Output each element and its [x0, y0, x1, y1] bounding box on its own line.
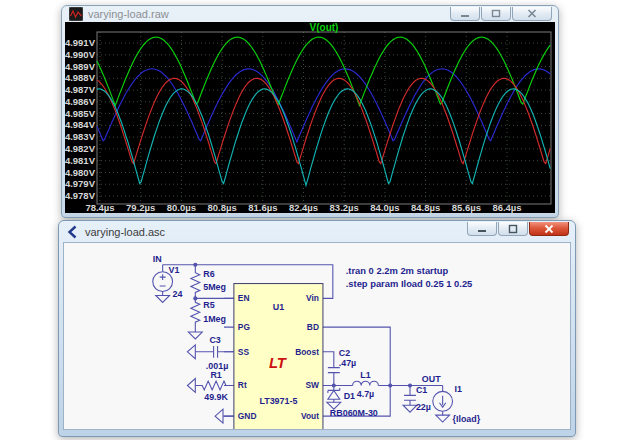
- schematic-file-icon: [66, 225, 80, 239]
- resistor-R1[interactable]: [187, 379, 234, 393]
- c3-ref[interactable]: C3: [209, 335, 220, 345]
- r1-value[interactable]: 49.9K: [204, 392, 228, 402]
- close-button[interactable]: [512, 7, 552, 21]
- net-label-in[interactable]: IN: [153, 254, 162, 264]
- capacitor-C2[interactable]: [328, 368, 340, 373]
- maximize-icon: [508, 224, 518, 234]
- r1-ref[interactable]: R1: [210, 370, 221, 380]
- pin-SS: SS: [238, 347, 250, 357]
- y-axis-tick-label: 4.981V: [65, 155, 96, 166]
- l1-value[interactable]: 4.7µ: [357, 389, 374, 399]
- y-axis-tick-label: 4.978V: [65, 190, 96, 201]
- diode-D1[interactable]: [327, 385, 341, 409]
- l1-ref[interactable]: L1: [360, 370, 370, 380]
- y-axis-tick-label: 4.988V: [65, 72, 96, 83]
- close-icon: [527, 9, 537, 18]
- c1-ref[interactable]: C1: [416, 385, 427, 395]
- d1-ref[interactable]: D1: [344, 391, 355, 401]
- ic-U1[interactable]: U1 LT LT3971-5 EN PG SS Rt GND Vin BD Bo…: [234, 284, 323, 429]
- x-axis-tick-label: 78.4µs: [85, 202, 114, 213]
- y-axis-tick-label: 4.987V: [65, 84, 96, 95]
- pin-Vout: Vout: [301, 411, 319, 421]
- pin-Boost: Boost: [295, 347, 319, 357]
- pin-Rt: Rt: [238, 380, 247, 390]
- r5-value[interactable]: 1Meg: [203, 314, 226, 324]
- schematic-window-titlebar[interactable]: varying-load.asc: [59, 221, 575, 242]
- x-axis-tick-label: 82.4µs: [289, 202, 318, 213]
- resistor-R5[interactable]: [188, 298, 202, 339]
- close-button[interactable]: [529, 222, 569, 236]
- pin-Vin: Vin: [306, 293, 319, 303]
- inductor-L1[interactable]: [353, 381, 379, 385]
- x-axis-tick-label: 84.8µs: [411, 202, 440, 213]
- pin-EN: EN: [238, 293, 250, 303]
- x-axis-tick-label: 80.8µs: [207, 202, 236, 213]
- net-label-out[interactable]: OUT: [422, 374, 441, 384]
- r6-value[interactable]: 5Meg: [203, 282, 226, 292]
- ground-symbol: [156, 295, 170, 302]
- y-axis-tick-label: 4.979V: [65, 178, 96, 189]
- minimize-icon: [460, 10, 470, 18]
- waveform-plot[interactable]: 4.991V4.990V4.989V4.988V4.987V4.986V4.98…: [65, 22, 555, 213]
- spice-directives[interactable]: .tran 0 2.2m 2m startup .step param Iloa…: [346, 265, 473, 289]
- waveform-trace: [97, 37, 550, 105]
- x-axis-tick-label: 81.6µs: [248, 202, 277, 213]
- voltage-source-V1[interactable]: [153, 272, 173, 303]
- waveform-trace: [97, 89, 550, 185]
- lt-logo: LT: [269, 355, 288, 371]
- waveform-window-titlebar[interactable]: varying-load.raw: [62, 6, 558, 22]
- x-axis-tick-label: 79.2µs: [126, 202, 155, 213]
- minimize-icon: [477, 224, 487, 233]
- maximize-button[interactable]: [498, 222, 528, 236]
- y-axis-tick-label: 4.990V: [65, 49, 96, 60]
- pin-BD: BD: [307, 322, 319, 332]
- v1-value[interactable]: 24: [173, 289, 183, 299]
- waveform-trace: [97, 78, 550, 163]
- r5-ref[interactable]: R5: [203, 300, 214, 310]
- pin-GND: GND: [238, 411, 257, 421]
- close-icon: [544, 224, 554, 234]
- v1-ref[interactable]: V1: [169, 265, 180, 275]
- schematic-drawing[interactable]: U1 LT LT3971-5 EN PG SS Rt GND Vin BD Bo…: [64, 243, 570, 429]
- i1-value[interactable]: {Iload}: [453, 414, 481, 424]
- y-axis-tick-label: 4.984V: [65, 119, 96, 130]
- minimize-button[interactable]: [450, 7, 480, 21]
- y-axis-tick-label: 4.982V: [65, 143, 96, 154]
- waveform-file-icon: [69, 7, 83, 21]
- step-directive[interactable]: .step param Iload 0.25 1 0.25: [346, 278, 473, 289]
- ground-symbol: [215, 409, 223, 423]
- pin-PG: PG: [238, 322, 250, 332]
- c1-value[interactable]: 22µ: [416, 402, 431, 412]
- resistor-R6[interactable]: [191, 265, 200, 299]
- ground-symbol: [187, 345, 195, 359]
- i1-ref[interactable]: I1: [455, 384, 462, 394]
- x-axis-tick-label: 80.0µs: [167, 202, 196, 213]
- ground-symbol: [188, 332, 202, 339]
- ic-part-number: LT3971-5: [259, 396, 297, 406]
- current-source-I1[interactable]: [433, 385, 453, 422]
- y-axis-tick-label: 4.989V: [65, 61, 96, 72]
- schematic-canvas[interactable]: U1 LT LT3971-5 EN PG SS Rt GND Vin BD Bo…: [63, 242, 571, 430]
- trace-name-label[interactable]: V(out): [97, 22, 551, 33]
- x-axis-tick-label: 84.0µs: [370, 202, 399, 213]
- x-axis-tick-label: 86.4µs: [492, 202, 521, 213]
- minimize-button[interactable]: [467, 222, 497, 236]
- c2-ref[interactable]: C2: [339, 348, 350, 358]
- pin-SW: SW: [305, 380, 319, 390]
- waveform-plot-area[interactable]: V(out) 4.991V4.990V4.989V4.988V4.987V4.9…: [65, 22, 555, 213]
- y-axis-tick-label: 4.991V: [65, 37, 96, 48]
- c2-value[interactable]: .47µ: [339, 358, 356, 368]
- desktop: varying-load.raw V(out) 4.991V4.990V4.98: [0, 0, 630, 440]
- tran-directive[interactable]: .tran 0 2.2m 2m startup: [346, 265, 449, 276]
- maximize-button[interactable]: [481, 7, 511, 21]
- capacitor-C1[interactable]: [403, 385, 417, 412]
- ground-symbol: [187, 379, 195, 393]
- x-axis-tick-label: 83.2µs: [330, 202, 359, 213]
- y-axis-tick-label: 4.985V: [65, 108, 96, 119]
- schematic-window: varying-load.asc: [58, 220, 576, 437]
- schematic-window-title: varying-load.asc: [85, 226, 165, 238]
- y-axis-tick-label: 4.980V: [65, 167, 96, 178]
- d1-value[interactable]: RB060M-30: [330, 408, 378, 418]
- r6-ref[interactable]: R6: [203, 269, 214, 279]
- waveform-window-title: varying-load.raw: [88, 8, 169, 20]
